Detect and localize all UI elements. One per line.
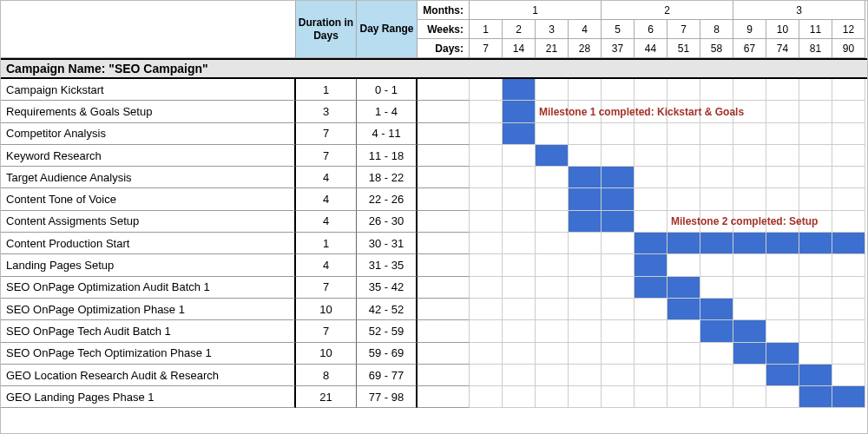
gantt-empty-cell bbox=[536, 320, 569, 342]
task-duration: 4 bbox=[296, 167, 357, 188]
task-name: SEO OnPage Tech Audit Batch 1 bbox=[1, 320, 296, 342]
task-range: 59 - 69 bbox=[357, 343, 418, 365]
gutter-cell bbox=[418, 386, 470, 408]
gantt-bar-cell bbox=[733, 343, 766, 365]
gantt-empty-cell bbox=[832, 145, 865, 167]
gantt-bar-cell bbox=[569, 211, 602, 233]
gantt-empty-cell bbox=[635, 343, 667, 365]
gantt-empty-cell bbox=[503, 343, 536, 365]
gantt-empty-cell bbox=[832, 277, 865, 299]
milestone-label: Milestone 2 completed: Setup bbox=[671, 215, 818, 227]
gantt-empty-cell bbox=[536, 386, 569, 408]
task-range: 31 - 35 bbox=[357, 254, 418, 276]
gantt-empty-cell bbox=[635, 365, 667, 386]
week-9: 9 bbox=[733, 20, 766, 39]
task-range: 52 - 59 bbox=[357, 320, 418, 342]
task-name: Landing Pages Setup bbox=[1, 254, 296, 276]
gantt-bar-cell bbox=[602, 167, 635, 188]
week-5: 5 bbox=[602, 20, 635, 39]
gantt-bar-cell bbox=[700, 299, 733, 320]
table-row: Keyword Research711 - 18 bbox=[1, 145, 867, 167]
gantt-empty-cell bbox=[602, 233, 635, 254]
gutter-cell bbox=[418, 299, 470, 320]
gantt-empty-cell bbox=[733, 386, 766, 408]
gantt-empty-cell bbox=[766, 145, 799, 167]
gantt-empty-cell bbox=[799, 320, 832, 342]
gantt-bar-cell bbox=[766, 365, 799, 386]
gantt-empty-cell bbox=[602, 386, 635, 408]
header-duration: Duration in Days bbox=[296, 1, 357, 58]
gutter-cell bbox=[418, 254, 470, 276]
task-range: 11 - 18 bbox=[357, 145, 418, 167]
gantt-bar-cell bbox=[799, 365, 832, 386]
gantt-bar-cell bbox=[667, 233, 700, 254]
gantt-empty-cell bbox=[536, 79, 569, 101]
task-range: 77 - 98 bbox=[357, 386, 418, 408]
gantt-empty-cell bbox=[766, 299, 799, 320]
gantt-bar-cell bbox=[832, 233, 865, 254]
gantt-empty-cell bbox=[635, 320, 667, 342]
table-row: Competitor Analysis74 - 11 bbox=[1, 123, 867, 145]
header-range: Day Range bbox=[357, 1, 418, 58]
gantt-empty-cell bbox=[569, 277, 602, 299]
task-range: 1 - 4 bbox=[357, 101, 418, 122]
gantt-empty-cell bbox=[569, 320, 602, 342]
table-row: Content Production Start130 - 31 bbox=[1, 233, 867, 254]
gutter-cell bbox=[418, 233, 470, 254]
gutter-cell bbox=[418, 79, 470, 101]
gantt-empty-cell bbox=[832, 188, 865, 210]
weeks-label: Weeks: bbox=[418, 20, 470, 39]
gantt-empty-cell bbox=[602, 79, 635, 101]
day-8: 58 bbox=[700, 39, 733, 58]
day-4: 28 bbox=[569, 39, 602, 58]
gantt-empty-cell bbox=[470, 188, 503, 210]
gantt-empty-cell bbox=[569, 343, 602, 365]
table-row: SEO OnPage Tech Audit Batch 1752 - 59 bbox=[1, 320, 867, 342]
gantt-empty-cell bbox=[700, 188, 733, 210]
gantt-empty-cell bbox=[503, 320, 536, 342]
task-name: Content Assigments Setup bbox=[1, 211, 296, 233]
gantt-empty-cell bbox=[766, 167, 799, 188]
gantt-empty-cell bbox=[470, 79, 503, 101]
gantt-bar-cell bbox=[667, 277, 700, 299]
table-row: GEO Landing Pages Phase 12177 - 98 bbox=[1, 386, 867, 408]
gutter-cell bbox=[418, 211, 470, 233]
gantt-bar-cell bbox=[602, 188, 635, 210]
gantt-empty-cell bbox=[635, 79, 667, 101]
gantt-empty-cell bbox=[536, 233, 569, 254]
gantt-empty-cell bbox=[667, 188, 700, 210]
task-duration: 4 bbox=[296, 188, 357, 210]
campaign-name-row: Campaign Name: "SEO Campaign" bbox=[1, 58, 867, 79]
gantt-empty-cell bbox=[667, 343, 700, 365]
gantt-bar-cell bbox=[635, 254, 667, 276]
gantt-empty-cell bbox=[470, 123, 503, 145]
day-9: 67 bbox=[733, 39, 766, 58]
task-duration: 10 bbox=[296, 343, 357, 365]
table-row: Target Audience Analysis418 - 22 bbox=[1, 167, 867, 188]
gantt-bar-cell bbox=[832, 386, 865, 408]
task-name: Content Tone of Voice bbox=[1, 188, 296, 210]
task-duration: 7 bbox=[296, 277, 357, 299]
task-name: Campaign Kickstart bbox=[1, 79, 296, 101]
gantt-empty-cell bbox=[733, 145, 766, 167]
gantt-empty-cell bbox=[635, 123, 667, 145]
gantt-empty-cell bbox=[799, 101, 832, 122]
gantt-empty-cell bbox=[667, 145, 700, 167]
gantt-bar-cell bbox=[667, 299, 700, 320]
task-range: 22 - 26 bbox=[357, 188, 418, 210]
gantt-empty-cell bbox=[700, 145, 733, 167]
gantt-bar-cell bbox=[503, 79, 536, 101]
gantt-empty-cell bbox=[799, 79, 832, 101]
gantt-empty-cell bbox=[799, 123, 832, 145]
task-name: Content Production Start bbox=[1, 233, 296, 254]
week-6: 6 bbox=[635, 20, 667, 39]
gantt-empty-cell bbox=[470, 167, 503, 188]
gantt-empty-cell bbox=[536, 299, 569, 320]
task-duration: 4 bbox=[296, 254, 357, 276]
task-name: SEO OnPage Tech Optimization Phase 1 bbox=[1, 343, 296, 365]
gantt-empty-cell bbox=[700, 254, 733, 276]
day-12: 90 bbox=[832, 39, 865, 58]
gantt-empty-cell bbox=[569, 145, 602, 167]
gantt-empty-cell bbox=[733, 277, 766, 299]
week-1: 1 bbox=[470, 20, 503, 39]
